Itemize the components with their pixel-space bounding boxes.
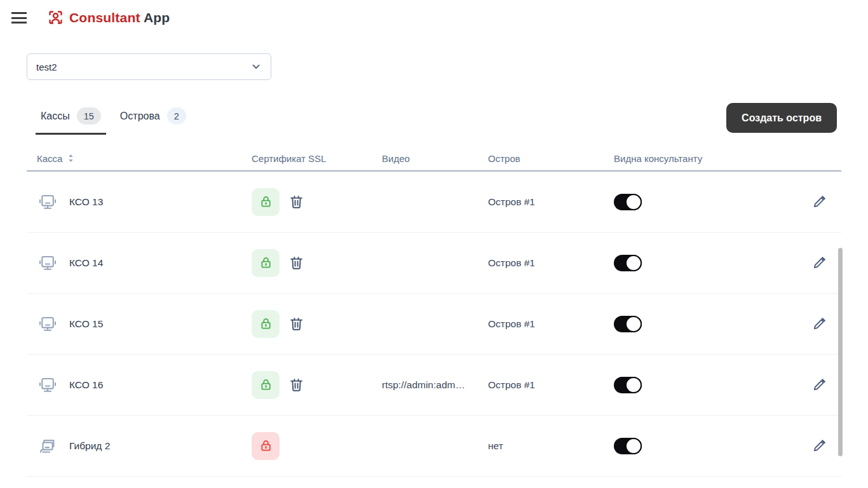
ssl-lock-icon <box>252 371 280 399</box>
tab-ostrova[interactable]: Острова 2 <box>115 104 191 135</box>
kso-terminal-icon <box>38 376 57 395</box>
visible-cell <box>614 316 811 332</box>
delete-button[interactable] <box>288 376 305 393</box>
column-header-visible: Видна консультанту <box>614 153 811 164</box>
table-row: Гибрид 2 нет <box>27 416 841 477</box>
column-header-ssl: Сертификат SSL <box>252 153 382 164</box>
ssl-lock-icon <box>252 188 280 216</box>
island-name: Остров #1 <box>488 257 614 269</box>
ssl-cell <box>252 432 382 460</box>
cashdesk-cell: КСО 16 <box>27 376 252 395</box>
ssl-lock-icon <box>252 310 280 338</box>
visible-cell <box>614 255 811 271</box>
tab-kassy-count-badge: 15 <box>77 107 101 125</box>
consultant-logo-icon <box>47 9 64 26</box>
scrollbar-thumb[interactable] <box>838 248 843 456</box>
edit-pencil-icon[interactable] <box>811 377 827 393</box>
island-name: Остров #1 <box>488 379 614 391</box>
brand: Consultant App <box>47 9 170 26</box>
cashdesk-cell: КСО 15 <box>27 315 252 334</box>
visible-cell <box>614 194 811 210</box>
edit-pencil-icon[interactable] <box>811 316 827 332</box>
island-name: Остров #1 <box>488 196 614 208</box>
table-row: КСО 14 Остров #1 <box>27 233 841 294</box>
cashdesk-name: КСО 15 <box>69 318 103 330</box>
tab-ostrova-label: Острова <box>120 111 160 122</box>
visible-to-consultant-toggle[interactable] <box>614 316 642 332</box>
environment-select-value: test2 <box>36 62 57 72</box>
visible-to-consultant-toggle[interactable] <box>614 255 642 271</box>
cashdesk-name: Гибрид 2 <box>69 440 110 452</box>
create-island-button[interactable]: Создать остров <box>726 103 837 133</box>
edit-cell <box>811 377 841 393</box>
visible-cell <box>614 377 811 393</box>
edit-cell <box>811 316 841 332</box>
column-header-island: Остров <box>488 153 614 164</box>
island-name: Остров #1 <box>488 318 614 330</box>
edit-pencil-icon[interactable] <box>811 194 827 210</box>
column-header-video: Видео <box>382 153 488 164</box>
tab-kassy[interactable]: Кассы 15 <box>36 104 106 135</box>
visible-to-consultant-toggle[interactable] <box>614 438 642 454</box>
table-row: КСО 15 Остров #1 <box>27 294 841 355</box>
edit-cell <box>811 438 841 454</box>
table-row: КСО 16 rtsp://admin:adm… Остров #1 <box>27 355 841 416</box>
cashdesk-name: КСО 14 <box>69 257 103 269</box>
visible-cell <box>614 438 811 454</box>
ssl-cell <box>252 188 382 216</box>
visible-to-consultant-toggle[interactable] <box>614 377 642 393</box>
ssl-lock-icon <box>252 249 280 277</box>
delete-button[interactable] <box>288 254 305 271</box>
kso-terminal-icon <box>38 315 57 334</box>
delete-button[interactable] <box>288 193 305 210</box>
chevron-down-icon <box>250 61 262 72</box>
hamburger-menu-icon[interactable] <box>11 11 27 25</box>
column-header-kassa[interactable]: Касса <box>27 153 252 164</box>
edit-pencil-icon[interactable] <box>811 438 827 454</box>
table-header-row: Касса Сертификат SSL Видео Остров Видна … <box>27 146 841 172</box>
cashdesk-table: Касса Сертификат SSL Видео Остров Видна … <box>27 146 841 477</box>
edit-cell <box>811 255 841 271</box>
tab-ostrova-count-badge: 2 <box>167 107 186 125</box>
topbar: Consultant App <box>0 0 868 36</box>
cashdesk-cell: Гибрид 2 <box>27 437 252 456</box>
island-name: нет <box>488 440 614 452</box>
cashdesk-cell: КСО 14 <box>27 254 252 273</box>
delete-button[interactable] <box>288 315 305 332</box>
tabs: Кассы 15 Острова 2 <box>36 104 191 135</box>
table-body: КСО 13 Остров #1 <box>27 172 841 477</box>
app-title: Consultant App <box>69 10 170 25</box>
ssl-cell <box>252 310 382 338</box>
edit-cell <box>811 194 841 210</box>
cashdesk-cell: КСО 13 <box>27 193 252 212</box>
kso-terminal-icon <box>38 254 57 273</box>
cashdesk-name: КСО 13 <box>69 196 103 208</box>
cashdesk-name: КСО 16 <box>69 379 103 391</box>
video-url: rtsp://admin:adm… <box>382 379 477 391</box>
table-row: КСО 13 Остров #1 <box>27 172 841 233</box>
edit-pencil-icon[interactable] <box>811 255 827 271</box>
ssl-lock-icon <box>252 432 280 460</box>
environment-select[interactable]: test2 <box>27 53 271 80</box>
ssl-cell <box>252 249 382 277</box>
sort-icon[interactable] <box>67 154 75 163</box>
ssl-cell <box>252 371 382 399</box>
tab-kassy-label: Кассы <box>41 111 70 122</box>
visible-to-consultant-toggle[interactable] <box>614 194 642 210</box>
hybrid-cashdesk-icon <box>38 437 57 456</box>
kso-terminal-icon <box>38 193 57 212</box>
